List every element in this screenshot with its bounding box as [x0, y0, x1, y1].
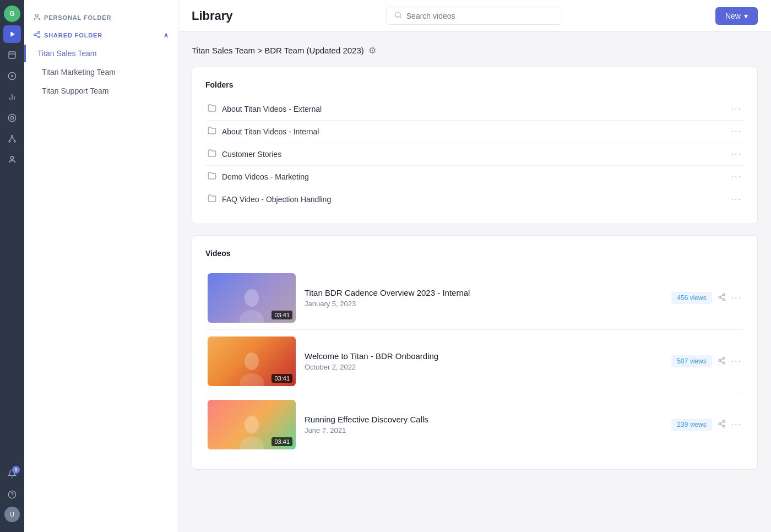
video-info-2: Running Effective Discovery Calls June 7… [305, 415, 663, 435]
svg-point-27 [723, 294, 725, 296]
personal-folder-icon [33, 13, 41, 22]
video-date-2: June 7, 2021 [305, 426, 663, 435]
svg-point-8 [10, 116, 13, 119]
breadcrumb: Titan Sales Team > BDR Team (Updated 202… [192, 45, 758, 56]
video-actions-0: 456 views ··· [671, 292, 742, 304]
search-input[interactable] [406, 12, 554, 20]
svg-line-44 [720, 424, 723, 425]
sidebar-item-titan-support[interactable]: Titan Support Team [29, 82, 173, 100]
svg-line-12 [9, 137, 12, 141]
folder-more-2[interactable]: ··· [731, 149, 742, 159]
svg-point-14 [10, 156, 13, 159]
breadcrumb-path: Titan Sales Team > BDR Team (Updated 202… [192, 46, 364, 55]
views-badge-0: 456 views [671, 292, 712, 304]
folder-icon-4 [208, 194, 216, 205]
new-button[interactable]: New ▾ [715, 7, 758, 25]
video-more-2[interactable]: ··· [731, 420, 742, 430]
svg-point-7 [8, 114, 15, 121]
svg-point-39 [245, 416, 259, 433]
video-info-1: Welcome to Titan - BDR Onboarding Octobe… [305, 351, 663, 371]
video-item-2[interactable]: 03:41 Running Effective Discovery Calls … [205, 393, 744, 456]
folder-more-3[interactable]: ··· [731, 172, 742, 182]
svg-point-32 [245, 352, 259, 370]
folder-icon-1 [208, 126, 216, 137]
svg-point-26 [240, 310, 264, 323]
sidebar-item-titan-sales[interactable]: Titan Sales Team [24, 45, 173, 62]
share-icon-2[interactable] [718, 420, 726, 430]
folder-item-1[interactable]: About Titan Videos - Internal ··· [205, 121, 744, 143]
nav-video-icon[interactable] [3, 25, 21, 43]
notification-badge: 8 [12, 466, 20, 474]
video-duration-0: 03:41 [272, 311, 292, 319]
notification-icon[interactable]: 8 [3, 465, 21, 482]
videos-title: Videos [205, 249, 744, 258]
folder-item-0[interactable]: About Titan Videos - External ··· [205, 98, 744, 121]
folders-title: Folders [205, 80, 744, 89]
folder-item-3[interactable]: Demo Videos - Marketing ··· [205, 166, 744, 188]
folder-more-0[interactable]: ··· [731, 104, 742, 114]
folder-icon-0 [208, 104, 216, 115]
video-more-1[interactable]: ··· [731, 356, 742, 366]
svg-line-37 [720, 361, 723, 362]
folders-card: Folders About Titan Videos - External ··… [192, 67, 758, 224]
content-area: Titan Sales Team > BDR Team (Updated 202… [178, 32, 771, 532]
folder-item-4[interactable]: FAQ Video - Objection Handling ··· [205, 188, 744, 210]
svg-line-30 [720, 297, 723, 298]
user-avatar[interactable]: U [4, 507, 20, 522]
share-icon-1[interactable] [718, 356, 726, 366]
svg-point-10 [9, 140, 10, 142]
video-thumbnail-0: 03:41 [208, 273, 296, 323]
svg-point-20 [38, 36, 40, 38]
shared-folder-label: SHARED FOLDER [44, 32, 102, 39]
views-badge-2: 239 views [671, 419, 712, 431]
help-icon[interactable] [3, 486, 21, 503]
svg-point-36 [723, 362, 725, 364]
sidebar-item-titan-marketing[interactable]: Titan Marketing Team [29, 63, 173, 81]
video-more-0[interactable]: ··· [731, 293, 742, 303]
video-duration-1: 03:41 [272, 374, 292, 383]
shared-folder-section[interactable]: SHARED FOLDER ∧ [24, 26, 178, 44]
header: Library New ▾ [178, 0, 771, 32]
share-icon-0[interactable] [718, 293, 726, 303]
settings-gear-icon[interactable]: ⚙ [368, 45, 376, 56]
nav-chart-icon[interactable] [3, 88, 21, 106]
page-title: Library [192, 9, 233, 23]
svg-line-24 [399, 17, 401, 18]
video-item-1[interactable]: 03:41 Welcome to Titan - BDR Onboarding … [205, 330, 744, 393]
main-content: Library New ▾ Titan Sales Team > BDR Tea… [178, 0, 771, 532]
folder-more-1[interactable]: ··· [731, 127, 742, 137]
nav-document-icon[interactable] [3, 46, 21, 64]
svg-point-34 [723, 357, 725, 359]
video-date-0: January 5, 2023 [305, 300, 663, 308]
personal-folder-section[interactable]: PERSONAL FOLDER [24, 9, 178, 26]
video-title-2: Running Effective Discovery Calls [305, 415, 663, 424]
svg-point-35 [719, 360, 721, 362]
folder-more-4[interactable]: ··· [731, 194, 742, 204]
video-title-1: Welcome to Titan - BDR Onboarding [305, 351, 663, 361]
svg-point-23 [395, 12, 400, 17]
svg-rect-0 [9, 52, 15, 58]
search-bar[interactable] [386, 7, 562, 25]
new-button-chevron: ▾ [744, 12, 748, 20]
svg-point-33 [240, 373, 264, 386]
video-info-0: Titan BDR Cadence Overview 2023 - Intern… [305, 288, 663, 308]
brand-icon[interactable]: G [4, 6, 20, 22]
video-title-0: Titan BDR Cadence Overview 2023 - Intern… [305, 288, 663, 297]
nav-network-icon[interactable] [3, 130, 21, 148]
nav-play-icon[interactable] [3, 67, 21, 85]
nav-user-icon[interactable] [3, 151, 21, 169]
nav-target-icon[interactable] [3, 109, 21, 127]
svg-point-19 [34, 34, 36, 36]
video-thumbnail-2: 03:41 [208, 400, 296, 449]
views-badge-1: 507 views [671, 355, 712, 367]
svg-point-42 [719, 423, 721, 425]
svg-line-21 [36, 35, 38, 36]
svg-line-31 [720, 295, 723, 296]
shared-folder-icon [33, 31, 41, 40]
svg-point-25 [245, 289, 259, 307]
folder-item-2[interactable]: Customer Stories ··· [205, 143, 744, 166]
video-item-0[interactable]: 03:41 Titan BDR Cadence Overview 2023 - … [205, 267, 744, 330]
svg-point-41 [723, 420, 725, 422]
folder-icon-3 [208, 171, 216, 182]
video-date-1: October 2, 2022 [305, 363, 663, 371]
